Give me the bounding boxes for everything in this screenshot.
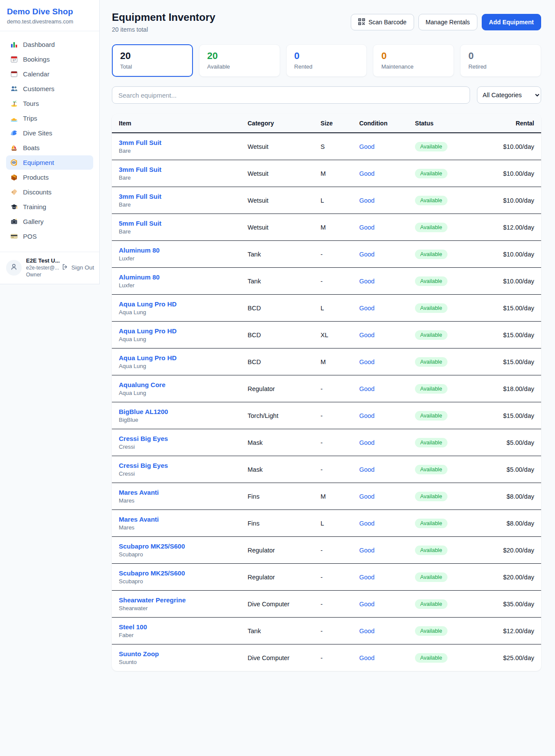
condition-link[interactable]: Good [359, 439, 374, 446]
stat-card-maintenance[interactable]: 0Maintenance [373, 44, 454, 77]
stat-card-rented[interactable]: 0Rented [286, 44, 367, 77]
rental-cell: $10.00/day [477, 187, 541, 214]
condition-link[interactable]: Good [359, 601, 374, 608]
sidebar-item-products[interactable]: Products [6, 170, 93, 184]
item-name-link[interactable]: Aluminum 80 [119, 273, 234, 281]
item-name-link[interactable]: Steel 100 [119, 623, 234, 631]
search-input[interactable] [112, 86, 470, 104]
table-row: Aqua Lung Pro HDAqua LungBCDMGoodAvailab… [112, 348, 541, 375]
item-name-link[interactable]: Aqualung Core [119, 381, 234, 388]
rental-price: $20.00/day [503, 574, 534, 581]
condition-link[interactable]: Good [359, 574, 374, 581]
stat-card-retired[interactable]: 0Retired [460, 44, 541, 77]
item-cell: Cressi Big EyesCressi [112, 429, 241, 456]
item-name-link[interactable]: Mares Avanti [119, 516, 234, 523]
sidebar-item-discounts[interactable]: Discounts [6, 185, 93, 199]
stat-card-available[interactable]: 20Available [199, 44, 280, 77]
item-name-link[interactable]: Suunto Zoop [119, 650, 234, 657]
sidebar-item-dive-sites[interactable]: Dive Sites [6, 126, 93, 140]
item-name-link[interactable]: Cressi Big Eyes [119, 435, 234, 442]
sidebar-item-label: Tours [23, 100, 39, 107]
item-name-link[interactable]: 5mm Full Suit [119, 220, 234, 227]
equipment-table-card: ItemCategorySizeConditionStatusRental 3m… [112, 114, 541, 671]
package-icon [10, 174, 18, 181]
condition-link[interactable]: Good [359, 197, 374, 204]
rental-cell: $12.00/day [477, 214, 541, 241]
item-name-link[interactable]: Aqua Lung Pro HD [119, 354, 234, 362]
sidebar-item-customers[interactable]: Customers [6, 82, 93, 96]
add-equipment-button[interactable]: Add Equipment [482, 14, 541, 30]
condition-link[interactable]: Good [359, 224, 374, 231]
rental-price: $5.00/day [506, 466, 534, 473]
condition-link[interactable]: Good [359, 412, 374, 419]
item-name-link[interactable]: Aluminum 80 [119, 247, 234, 254]
condition-link[interactable]: Good [359, 654, 374, 661]
status-cell: Available [408, 375, 477, 402]
size-cell: - [313, 644, 352, 671]
item-name-link[interactable]: 3mm Full Suit [119, 139, 234, 146]
sidebar-item-pos[interactable]: POS [6, 229, 93, 243]
item-brand: Luxfer [119, 282, 234, 289]
sidebar-item-tours[interactable]: Tours [6, 96, 93, 111]
table-row: Cressi Big EyesCressiMask-GoodAvailable$… [112, 429, 541, 456]
condition-link[interactable]: Good [359, 251, 374, 258]
category-cell: Dive Computer [241, 591, 313, 618]
scan-barcode-button[interactable]: Scan Barcode [351, 14, 414, 30]
status-badge: Available [415, 599, 447, 609]
table-row: Shearwater PeregrineShearwaterDive Compu… [112, 591, 541, 618]
stat-label: Retired [468, 63, 533, 70]
sidebar-item-gallery[interactable]: Gallery [6, 214, 93, 229]
condition-link[interactable]: Good [359, 466, 374, 473]
item-name-link[interactable]: Cressi Big Eyes [119, 462, 234, 469]
sidebar-item-bookings[interactable]: 17Bookings [6, 52, 93, 66]
size-cell: M [313, 348, 352, 375]
item-cell: Scubapro MK25/S600Scubapro [112, 537, 241, 564]
barcode-scan-icon [358, 18, 365, 26]
item-name-link[interactable]: Mares Avanti [119, 489, 234, 496]
condition-cell: Good [352, 322, 408, 348]
stat-card-total[interactable]: 20Total [112, 44, 193, 77]
item-name-link[interactable]: Scubapro MK25/S600 [119, 542, 234, 550]
category-select[interactable]: All Categories [477, 86, 541, 104]
sign-out-button[interactable]: Sign Out [62, 263, 94, 272]
stat-value: 0 [381, 50, 446, 62]
status-cell: Available [408, 187, 477, 214]
item-name-link[interactable]: Scubapro MK25/S600 [119, 569, 234, 577]
condition-link[interactable]: Good [359, 520, 374, 527]
sidebar-item-calendar[interactable]: Calendar [6, 67, 93, 81]
sidebar-item-label: Dive Sites [23, 129, 52, 137]
item-name-link[interactable]: 3mm Full Suit [119, 193, 234, 200]
condition-cell: Good [352, 537, 408, 564]
item-name-link[interactable]: BigBlue AL1200 [119, 408, 234, 415]
sidebar-item-equipment[interactable]: Equipment [6, 155, 93, 170]
condition-link[interactable]: Good [359, 143, 374, 150]
condition-link[interactable]: Good [359, 358, 374, 365]
item-name-link[interactable]: Aqua Lung Pro HD [119, 300, 234, 308]
condition-link[interactable]: Good [359, 332, 374, 339]
sidebar-item-training[interactable]: Training [6, 200, 93, 214]
item-name-link[interactable]: Aqua Lung Pro HD [119, 327, 234, 335]
item-brand: Cressi [119, 470, 234, 477]
condition-link[interactable]: Good [359, 547, 374, 554]
condition-link[interactable]: Good [359, 170, 374, 177]
condition-link[interactable]: Good [359, 628, 374, 634]
condition-link[interactable]: Good [359, 385, 374, 392]
size-cell: - [313, 591, 352, 618]
sidebar-item-boats[interactable]: Boats [6, 141, 93, 155]
condition-link[interactable]: Good [359, 278, 374, 285]
avatar [6, 260, 22, 276]
sidebar: Demo Dive Shop demo.test.divestreams.com… [0, 0, 100, 284]
rental-price: $15.00/day [503, 332, 534, 339]
column-header-item: Item [112, 114, 241, 133]
manage-rentals-button[interactable]: Manage Rentals [418, 14, 477, 30]
item-name-link[interactable]: 3mm Full Suit [119, 166, 234, 173]
sidebar-item-trips[interactable]: Trips [6, 111, 93, 125]
item-brand: Mares [119, 497, 234, 504]
table-row: Aqualung CoreAqua LungRegulator-GoodAvai… [112, 375, 541, 402]
item-cell: Aluminum 80Luxfer [112, 268, 241, 295]
sidebar-item-dashboard[interactable]: Dashboard [6, 37, 93, 52]
condition-link[interactable]: Good [359, 305, 374, 312]
item-name-link[interactable]: Shearwater Peregrine [119, 596, 234, 604]
wave-icon [10, 129, 18, 137]
condition-link[interactable]: Good [359, 493, 374, 500]
